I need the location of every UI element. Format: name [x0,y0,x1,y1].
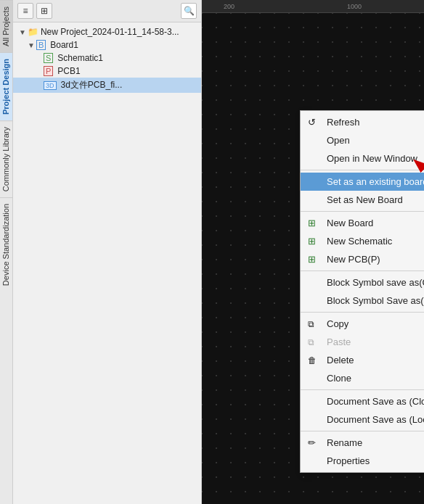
3d-icon: 3D [44,81,57,90]
separator-6 [301,431,424,431]
ruler-mark-1000: 1000 [347,3,362,10]
delete-icon: 🗑 [308,355,317,365]
menu-item-doc-save-cloud[interactable]: Document Save as (Cloud)... [301,392,424,410]
toolbar-menu-btn[interactable]: ≡ [17,3,33,19]
main-canvas[interactable]: 200 1000 ↺ Refresh Open Open in New Wind… [202,0,424,504]
ruler-top: 200 1000 [202,0,424,13]
context-menu: ↺ Refresh Open Open in New Window Set as… [300,110,424,473]
sidebar-panel: ≡ ⊞ 🔍 ▼ 📁 New Project_2024-01-11_14-58-3… [13,0,202,504]
menu-label-open: Open [327,135,350,146]
toolbar-filter-btn[interactable]: ⊞ [36,3,52,19]
app-container: All Projects Project Design Commonly Lib… [0,0,424,504]
menu-item-block-symbol-cloud[interactable]: Block Symbol save as(Cloud)... [301,273,424,292]
menu-item-rename[interactable]: ✏ Rename [301,434,424,452]
tree-item-root[interactable]: ▼ 📁 New Project_2024-01-11_14-58-3... [13,25,201,38]
menu-item-open[interactable]: Open [301,131,424,149]
sidebar-item-all-projects[interactable]: All Projects [0,0,12,52]
menu-item-doc-save-local[interactable]: Document Save as (Local)... [301,410,424,429]
menu-label-new-schematic: New Schematic [327,236,392,247]
menu-item-open-new-window[interactable]: Open in New Window [301,149,424,168]
tree-label-3dfile: 3d文件PCB_fi... [61,79,123,91]
search-icon: 🔍 [184,6,195,16]
new-pcb-icon: ⊞ [308,254,316,265]
menu-label-new-pcb: New PCB(P) [327,254,380,265]
separator-3 [301,270,424,271]
ruler-mark-200: 200 [224,3,235,10]
menu-label-clone: Clone [327,373,351,384]
separator-1 [301,170,424,170]
tree-expand-board1[interactable]: ▼ [28,41,35,49]
separator-2 [301,211,424,212]
menu-label-new-board: New Board [327,218,373,228]
board-icon: B [36,40,46,50]
folder-icon: 📁 [28,27,38,37]
new-board-icon: ⊞ [308,218,316,228]
menu-label-doc-save-cloud: Document Save as (Cloud)... [327,396,424,407]
menu-item-paste: ⧉ Paste [301,333,424,351]
menu-item-set-new-board[interactable]: Set as New Board [301,191,424,209]
menu-item-block-symbol-local[interactable]: Block Symbol Save as(Local)... [301,292,424,310]
pcb-icon: P [44,66,53,76]
tree-expand-root[interactable]: ▼ [19,28,26,36]
tree-item-schematic1[interactable]: ▶ S Schematic1 [13,51,201,65]
menu-item-delete[interactable]: 🗑 Delete [301,351,424,369]
separator-4 [301,312,424,313]
menu-label-set-new-board: Set as New Board [327,194,403,205]
schematic-icon: S [44,53,53,63]
filter-icon: ⊞ [41,6,48,16]
menu-label-block-symbol-local: Block Symbol Save as(Local)... [327,295,424,306]
sidebar-item-device-standardization[interactable]: Device Standardization [0,197,12,292]
tree-item-3dfile[interactable]: ▶ 3D 3d文件PCB_fi... [13,78,201,93]
sidebar-item-commonly-library[interactable]: Commonly Library [0,120,12,197]
menu-item-copy[interactable]: ⧉ Copy [301,315,424,333]
menu-label-doc-save-local: Document Save as (Local)... [327,414,424,425]
project-tree: ▼ 📁 New Project_2024-01-11_14-58-3... ▼ … [13,22,201,504]
menu-item-clone[interactable]: Clone [301,369,424,387]
tree-item-pcb1[interactable]: ▶ P PCB1 [13,65,201,78]
menu-label-open-new-window: Open in New Window [327,153,417,164]
tree-label-schematic1: Schematic1 [57,53,103,63]
new-schematic-icon: ⊞ [308,236,316,247]
refresh-icon: ↺ [308,117,316,128]
tree-label-root: New Project_2024-01-11_14-58-3... [41,27,179,37]
menu-item-properties[interactable]: Properties [301,452,424,470]
menu-label-copy: Copy [327,318,348,329]
menu-label-properties: Properties [327,455,370,466]
sidebar-item-project-design[interactable]: Project Design [0,52,12,120]
rename-icon: ✏ [308,437,316,448]
menu-item-new-board[interactable]: ⊞ New Board [301,214,424,232]
menu-label-set-existing-board: Set as an existing board [327,176,424,187]
menu-label-delete: Delete [327,355,354,365]
sidebar-toolbar: ≡ ⊞ 🔍 [13,0,201,22]
vertical-tabs-panel: All Projects Project Design Commonly Lib… [0,0,13,504]
menu-label-paste: Paste [327,336,351,347]
copy-icon: ⧉ [308,319,314,329]
tree-label-board1: Board1 [50,40,78,50]
separator-5 [301,389,424,390]
menu-label-rename: Rename [327,437,362,448]
menu-item-new-pcb[interactable]: ⊞ New PCB(P) [301,250,424,268]
tree-label-pcb1: PCB1 [57,66,80,76]
menu-item-refresh[interactable]: ↺ Refresh [301,113,424,131]
sidebar-search-btn[interactable]: 🔍 [181,3,197,19]
tree-item-board1[interactable]: ▼ B Board1 [13,38,201,51]
menu-icon: ≡ [23,6,28,16]
menu-label-refresh: Refresh [327,117,360,128]
menu-label-block-symbol-cloud: Block Symbol save as(Cloud)... [327,277,424,288]
menu-item-new-schematic[interactable]: ⊞ New Schematic [301,232,424,250]
paste-icon: ⧉ [308,337,314,347]
menu-item-set-existing-board[interactable]: Set as an existing board [301,173,424,191]
